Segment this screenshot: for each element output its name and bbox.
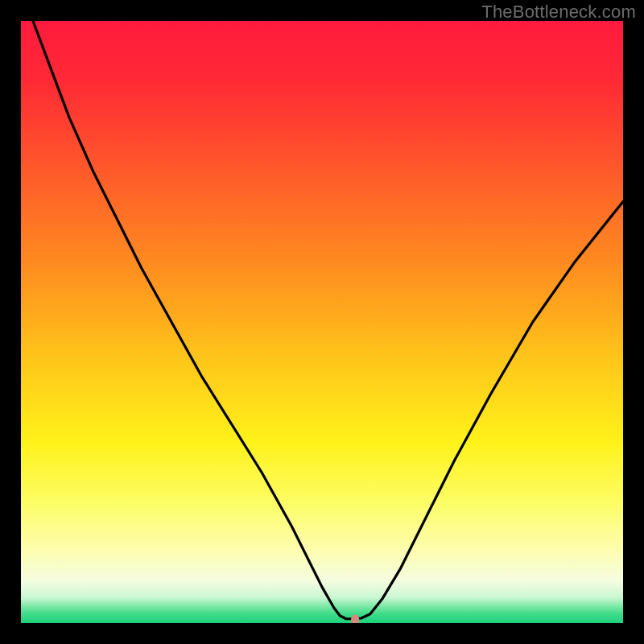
bottleneck-curve: [21, 21, 623, 619]
curve-layer: [21, 21, 623, 623]
chart-frame: TheBottleneck.com: [0, 0, 644, 644]
watermark-label: TheBottleneck.com: [481, 2, 636, 23]
optimal-point-marker: [351, 614, 359, 623]
plot-area: [21, 21, 623, 623]
